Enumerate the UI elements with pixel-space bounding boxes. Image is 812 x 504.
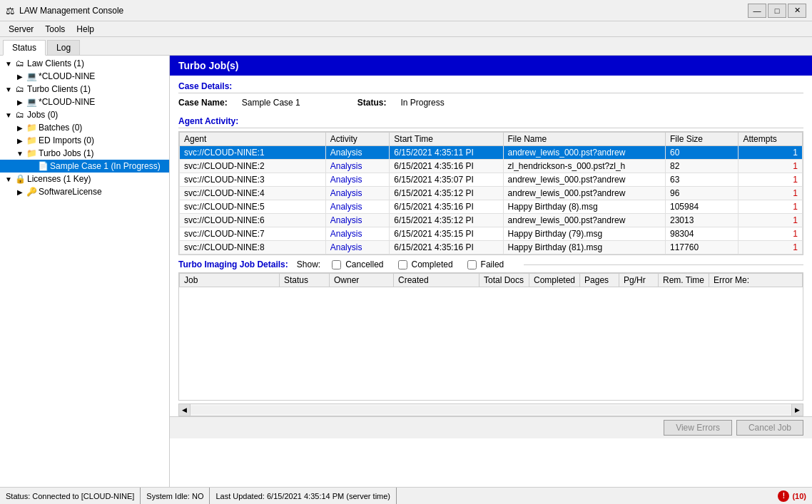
status-idle: System Idle: NO bbox=[141, 488, 210, 504]
tree-label: Batches (0) bbox=[39, 123, 82, 133]
checkbox-completed-input[interactable] bbox=[398, 260, 407, 269]
tree-item-5[interactable]: ▶📁Batches (0) bbox=[0, 121, 169, 134]
col-starttime: Start Time bbox=[390, 133, 503, 146]
scroll-right-button[interactable]: ▶ bbox=[791, 404, 803, 416]
imaging-table-header: Job Status Owner Created Total Docs Comp… bbox=[180, 274, 803, 287]
agent-cell-filesize: 82 bbox=[666, 160, 739, 173]
close-button[interactable]: ✕ bbox=[788, 4, 806, 18]
case-details-title: Case Details: bbox=[178, 81, 803, 93]
imaging-title: Turbo Imaging Job Details: bbox=[178, 259, 288, 269]
cancel-job-button[interactable]: Cancel Job bbox=[736, 420, 803, 436]
col-attempts: Attempts bbox=[739, 133, 803, 146]
tree-label: *CLOUD-NINE bbox=[39, 71, 95, 81]
tree-label: Turbo Clients (1) bbox=[27, 84, 91, 94]
horizontal-scrollbar[interactable]: ◀ ▶ bbox=[178, 403, 803, 416]
tree-item-9[interactable]: ▼🔒Licenses (1 Key) bbox=[0, 173, 169, 185]
separator-line bbox=[524, 264, 803, 265]
checkbox-cancelled-input[interactable] bbox=[332, 260, 341, 269]
agent-row-5[interactable]: svc://CLOUD-NINE:6 Analysis 6/15/2021 4:… bbox=[180, 214, 803, 227]
scroll-left-button[interactable]: ◀ bbox=[179, 404, 191, 416]
img-col-pghr: Pg/Hr bbox=[619, 274, 659, 287]
tree-icon: 🗂 bbox=[14, 58, 26, 68]
agent-row-1[interactable]: svc://CLOUD-NINE:2 Analysis 6/15/2021 4:… bbox=[180, 160, 803, 173]
tree-item-0[interactable]: ▼🗂Law Clients (1) bbox=[0, 57, 169, 70]
title-bar-text: LAW Management Console bbox=[19, 6, 748, 16]
agent-cell-filename: andrew_lewis_000.pst?andrew bbox=[503, 173, 665, 187]
tree-item-8[interactable]: 📄Sample Case 1 (In Progress) bbox=[0, 160, 169, 173]
tree-expander: ▶ bbox=[14, 188, 26, 196]
status-bar: Status: Connected to [CLOUD-NINE] System… bbox=[0, 487, 812, 504]
imaging-table: Job Status Owner Created Total Docs Comp… bbox=[179, 273, 803, 287]
status-label: Status: bbox=[357, 98, 387, 108]
tree-label: *CLOUD-NINE bbox=[39, 97, 95, 107]
agent-row-0[interactable]: svc://CLOUD-NINE:1 Analysis 6/15/2021 4:… bbox=[180, 146, 803, 160]
app-icon: ⚖ bbox=[6, 5, 15, 16]
menu-tools[interactable]: Tools bbox=[39, 23, 71, 36]
agent-row-7[interactable]: svc://CLOUD-NINE:8 Analysis 6/15/2021 4:… bbox=[180, 241, 803, 254]
tree-expander: ▼ bbox=[14, 150, 26, 158]
agent-row-4[interactable]: svc://CLOUD-NINE:5 Analysis 6/15/2021 4:… bbox=[180, 200, 803, 214]
scroll-track[interactable] bbox=[191, 406, 791, 414]
tab-log[interactable]: Log bbox=[47, 40, 80, 55]
action-bar: View Errors Cancel Job bbox=[170, 416, 812, 438]
agent-cell-activity: Analysis bbox=[325, 241, 390, 254]
maximize-button[interactable]: □ bbox=[768, 4, 786, 18]
tree-expander: ▼ bbox=[3, 86, 14, 93]
agent-cell-activity: Analysis bbox=[325, 214, 390, 227]
col-filename: File Name bbox=[503, 133, 665, 146]
agent-cell-attempts: 1 bbox=[739, 200, 803, 214]
agent-cell-starttime: 6/15/2021 4:35:16 PI bbox=[390, 200, 503, 214]
tab-status[interactable]: Status bbox=[3, 40, 46, 56]
checkbox-cancelled-label: Cancelled bbox=[345, 259, 383, 269]
menu-server[interactable]: Server bbox=[3, 23, 39, 36]
checkbox-cancelled: Cancelled bbox=[332, 259, 383, 269]
agent-table-header: Agent Activity Start Time File Name File… bbox=[180, 133, 803, 146]
agent-cell-attempts: 1 bbox=[739, 160, 803, 173]
agent-row-2[interactable]: svc://CLOUD-NINE:3 Analysis 6/15/2021 4:… bbox=[180, 173, 803, 187]
agent-cell-filename: andrew_lewis_000.pst?andrew bbox=[503, 146, 665, 160]
agent-cell-agent: svc://CLOUD-NINE:5 bbox=[180, 200, 326, 214]
imaging-header: Turbo Imaging Job Details: Show: Cancell… bbox=[178, 259, 803, 269]
img-col-owner: Owner bbox=[330, 274, 394, 287]
agent-cell-agent: svc://CLOUD-NINE:4 bbox=[180, 187, 326, 200]
col-agent: Agent bbox=[180, 133, 326, 146]
minimize-button[interactable]: — bbox=[748, 4, 766, 18]
agent-cell-activity: Analysis bbox=[325, 146, 390, 160]
agent-cell-attempts: 1 bbox=[739, 187, 803, 200]
agent-cell-starttime: 6/15/2021 4:35:07 PI bbox=[390, 173, 503, 187]
tree-label: Law Clients (1) bbox=[27, 58, 84, 68]
checkbox-failed-label: Failed bbox=[481, 259, 504, 269]
view-errors-button[interactable]: View Errors bbox=[664, 420, 732, 436]
agent-cell-activity: Analysis bbox=[325, 200, 390, 214]
tree-icon: 🔒 bbox=[14, 174, 26, 184]
imaging-table-container: Job Status Owner Created Total Docs Comp… bbox=[178, 272, 803, 401]
tree-label: Jobs (0) bbox=[27, 110, 58, 120]
alert-count: (10) bbox=[792, 492, 806, 500]
tree-expander: ▼ bbox=[3, 60, 14, 68]
menu-help[interactable]: Help bbox=[71, 23, 100, 36]
col-activity: Activity bbox=[325, 133, 390, 146]
tree-item-1[interactable]: ▶💻*CLOUD-NINE bbox=[0, 70, 169, 83]
tree-label: Sample Case 1 (In Progress) bbox=[50, 161, 161, 171]
tree-expander: ▶ bbox=[14, 137, 26, 145]
tree-icon: 📁 bbox=[26, 148, 37, 158]
agent-row-3[interactable]: svc://CLOUD-NINE:4 Analysis 6/15/2021 4:… bbox=[180, 187, 803, 200]
agent-row-6[interactable]: svc://CLOUD-NINE:7 Analysis 6/15/2021 4:… bbox=[180, 227, 803, 241]
agent-cell-attempts: 1 bbox=[739, 227, 803, 241]
agent-cell-filename: Happy Birthday (8).msg bbox=[503, 200, 665, 214]
tree-item-2[interactable]: ▼🗂Turbo Clients (1) bbox=[0, 83, 169, 96]
agent-table: Agent Activity Start Time File Name File… bbox=[179, 132, 803, 254]
img-col-job: Job bbox=[180, 274, 280, 287]
tree-item-10[interactable]: ▶🔑SoftwareLicense bbox=[0, 185, 169, 198]
agent-cell-agent: svc://CLOUD-NINE:3 bbox=[180, 173, 326, 187]
tree-item-6[interactable]: ▶📁ED Imports (0) bbox=[0, 134, 169, 147]
agent-cell-agent: svc://CLOUD-NINE:2 bbox=[180, 160, 326, 173]
tree-label: ED Imports (0) bbox=[39, 135, 94, 145]
checkbox-completed: Completed bbox=[398, 259, 453, 269]
checkbox-failed-input[interactable] bbox=[467, 260, 477, 269]
tree-item-4[interactable]: ▼🗂Jobs (0) bbox=[0, 108, 169, 121]
tree-item-7[interactable]: ▼📁Turbo Jobs (1) bbox=[0, 147, 169, 160]
tree-item-3[interactable]: ▶💻*CLOUD-NINE bbox=[0, 96, 169, 108]
tree-expander: ▼ bbox=[3, 175, 14, 183]
tree-expander: ▼ bbox=[3, 111, 14, 119]
